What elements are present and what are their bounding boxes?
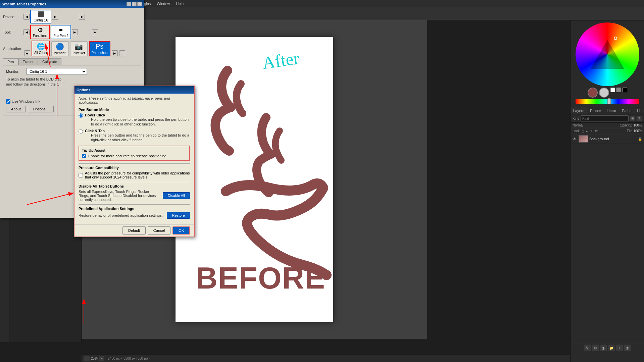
- default-button[interactable]: Default: [122, 226, 146, 235]
- app-list: ◀ 🌐 All Other 🔵 blender 📷 PureRef Ps Pho…: [24, 41, 125, 56]
- wacom-title-buttons: — □ ✕: [127, 2, 142, 6]
- disable-all-title: Disable All Tablet Buttons: [79, 184, 190, 188]
- layer-name: Background: [589, 137, 637, 141]
- monitor-select[interactable]: Cintiq 16 1: [27, 68, 87, 75]
- device-prev-btn[interactable]: ◀: [23, 14, 30, 20]
- functions-label: Functions: [33, 34, 47, 38]
- all-other-icon: 🌐: [37, 42, 45, 50]
- device-add-btn[interactable]: ▶: [79, 14, 85, 20]
- tool-add-btn[interactable]: ▶: [92, 29, 98, 35]
- app-photoshop[interactable]: Ps Photoshop: [89, 41, 110, 56]
- device-row: Device: ◀ ⬛ Cintiq 16 ▶ ▶: [3, 10, 141, 23]
- predefined-row: Restore behavior of predefined applicati…: [79, 212, 190, 219]
- eraser-tab[interactable]: Eraser: [18, 58, 38, 65]
- eye-icon[interactable]: 👁: [573, 137, 577, 141]
- menu-window[interactable]: Window: [155, 1, 171, 6]
- layer-actions: fx ⊡ ◑ 📁 + 🗑: [571, 343, 644, 353]
- background-color[interactable]: [599, 88, 609, 98]
- tool-prev-btn[interactable]: ◀: [23, 29, 30, 35]
- device-next-btn[interactable]: ▶: [52, 14, 58, 20]
- device-name: Cintiq 16: [34, 18, 48, 22]
- tool-functions[interactable]: ⚙ Functions: [30, 25, 50, 39]
- device-cintiq16[interactable]: ⬛ Cintiq 16: [30, 10, 51, 23]
- canvas-document: After BEFORE: [176, 37, 333, 322]
- tab-paths[interactable]: Paths: [619, 107, 634, 114]
- pen-button-mode-title: Pen Button Mode: [79, 108, 190, 112]
- cancel-button[interactable]: Cancel: [148, 226, 170, 235]
- app-row: Application: ◀ 🌐 All Other 🔵 blender 📷 P…: [3, 41, 141, 56]
- tool-row: Tool: ◀ ⚙ Functions ✒ Pro Pen 2 ▶ ▶: [3, 25, 141, 39]
- fx-icon[interactable]: fx: [584, 345, 591, 351]
- wacom-maximize-btn[interactable]: □: [132, 2, 137, 6]
- kind-label: Kind: [573, 117, 579, 120]
- restore-button[interactable]: Restore: [167, 212, 190, 219]
- click-tap-block: Click & Tap Press the pen button and tap…: [85, 129, 190, 143]
- wacom-close-btn[interactable]: ✕: [137, 2, 142, 6]
- move-lock-icon[interactable]: ↔: [586, 129, 589, 133]
- group-icon[interactable]: 📁: [608, 345, 615, 351]
- app-blender[interactable]: 🔵 blender: [51, 41, 69, 56]
- black-swatch[interactable]: [623, 88, 627, 92]
- layer-icon-1[interactable]: ⊞: [630, 116, 635, 121]
- opacity-label: Opacity:: [620, 123, 632, 127]
- zoom-level: 25%: [91, 357, 98, 360]
- tab-libraries[interactable]: Librar: [604, 107, 619, 114]
- wacom-minimize-btn[interactable]: —: [127, 2, 131, 6]
- blend-row: Normal Opacity: 100%: [571, 123, 644, 128]
- color-wheel[interactable]: [576, 22, 639, 86]
- zoom-out-icon[interactable]: -: [84, 356, 90, 361]
- blender-label: blender: [54, 51, 65, 55]
- options-button[interactable]: Options...: [28, 106, 54, 112]
- blender-icon: 🔵: [56, 43, 64, 51]
- pressure-checkbox[interactable]: [79, 173, 83, 177]
- about-button[interactable]: About: [6, 106, 26, 112]
- new-layer-icon[interactable]: +: [616, 345, 623, 351]
- hover-click-radio[interactable]: [79, 113, 83, 118]
- tab-layers[interactable]: Layers: [571, 107, 587, 114]
- zoom-in-icon[interactable]: +: [99, 356, 104, 361]
- calibrate-tab[interactable]: Calibrate: [38, 58, 61, 65]
- pressure-check-row: Adjusts the pen pressure for compatibili…: [79, 171, 190, 179]
- tool-next-btn[interactable]: ▶: [72, 29, 78, 35]
- ok-button[interactable]: OK: [172, 226, 190, 235]
- options-body: Note: These settings apply to all tablet…: [75, 94, 194, 224]
- layer-background[interactable]: 👁 Background 🔒: [571, 134, 644, 144]
- foreground-color[interactable]: [588, 88, 598, 98]
- windows-ink-checkbox[interactable]: [6, 99, 10, 104]
- click-tap-radio[interactable]: [79, 129, 83, 134]
- white-swatch[interactable]: [610, 88, 615, 92]
- menu-help[interactable]: Help: [174, 1, 185, 6]
- layer-thumb: [579, 135, 588, 143]
- tool-pro-pen-2[interactable]: ✒ Pro Pen 2: [51, 25, 71, 39]
- wacom-titlebar: Wacom Tablet Properties — □ ✕: [0, 0, 144, 8]
- pen-tab[interactable]: Pen: [3, 58, 18, 65]
- app-add-btn[interactable]: +: [119, 50, 125, 56]
- ps-label: Photoshop: [92, 51, 108, 55]
- add-mask-icon[interactable]: ⊡: [592, 345, 599, 351]
- tab-history[interactable]: History: [634, 107, 644, 114]
- tab-properties[interactable]: Proper: [587, 107, 604, 114]
- tip-up-checkbox[interactable]: [82, 154, 86, 158]
- disable-all-button[interactable]: Disable All: [163, 192, 190, 199]
- kind-filter-input[interactable]: [581, 115, 629, 121]
- hover-click-desc: Hold the pen tip close to the tablet and…: [91, 117, 190, 127]
- lock-icon-layer: 🔒: [638, 137, 642, 141]
- paint-lock-icon[interactable]: ✏: [595, 129, 598, 133]
- app-prev-btn[interactable]: ◀: [24, 50, 30, 56]
- options-footer: Default Cancel OK: [75, 224, 194, 237]
- app-pureref[interactable]: 📷 PureRef: [70, 41, 88, 56]
- device-label: Device:: [3, 15, 21, 19]
- hue-bar[interactable]: [576, 99, 639, 104]
- lock-icon[interactable]: □: [582, 129, 584, 133]
- layer-icon-2[interactable]: T: [637, 116, 642, 121]
- app-all-other[interactable]: 🌐 All Other: [32, 41, 50, 56]
- delete-layer-icon[interactable]: 🗑: [624, 345, 631, 351]
- gray-swatch[interactable]: [616, 88, 621, 92]
- app-next-btn[interactable]: ▶: [112, 50, 118, 56]
- windows-ink-label: Use Windows Ink: [12, 99, 40, 103]
- adjustment-icon[interactable]: ◑: [600, 345, 607, 351]
- status-bar: - 25% + 2480 px × 3508 px (350 ppi): [82, 355, 570, 362]
- options-dialog: Options Note: These settings apply to al…: [74, 86, 195, 237]
- transform-lock-icon[interactable]: ⊕: [591, 129, 594, 133]
- svg-text:After: After: [261, 49, 300, 73]
